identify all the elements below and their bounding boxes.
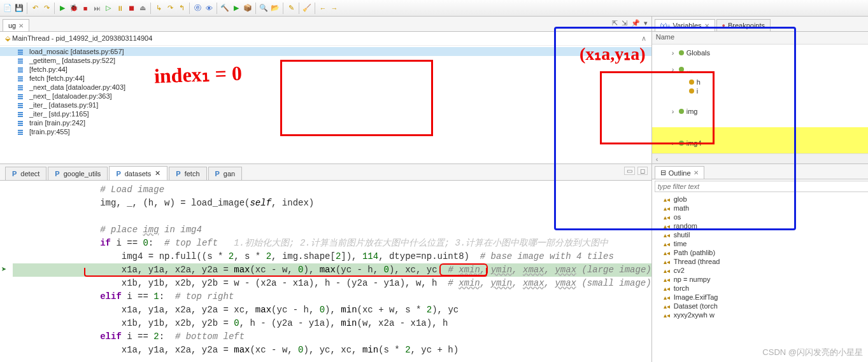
variable-row[interactable]: iint: 0 [652,87,868,95]
toolbar-disconnect-icon[interactable]: ⏏ [138,3,148,13]
code-line[interactable]: # place img in img4 [13,223,651,237]
editor-tab[interactable]: Pdetect [5,167,46,180]
editor-tab-close-icon[interactable]: ✕ [155,169,160,178]
outline-filter-input[interactable] [655,181,868,192]
tab-debug-close-icon[interactable]: ✕ [18,22,24,29]
stack-frame[interactable]: _iter_ [datasets.py:91] [0,101,651,109]
thread-collapse-icon[interactable]: ∧ [641,34,646,43]
outline-item[interactable]: ▴◂glob [652,195,868,204]
twistie-icon[interactable]: › [670,66,676,73]
twistie-icon[interactable]: › [670,49,676,57]
code-line[interactable]: if i == 0: # top left 1.初始化大图; 2.计算当前图片放… [13,237,651,250]
code-line[interactable]: x1b, y1b, x2b, y2b = w - (x2a - x1a), h … [13,277,651,290]
outline-item[interactable]: ▴◂random [652,221,868,230]
toolbar-expression-icon[interactable]: ⓔ [192,3,203,13]
toolbar-step-into-icon[interactable]: ↳ [153,3,164,13]
toolbar-search-icon[interactable]: 🔍 [259,3,269,13]
toolbar-terminate-icon[interactable]: ◼ [126,3,136,13]
toolbar-pause-icon[interactable]: ⏸ [115,3,125,13]
toolbar-stop-icon[interactable]: ■ [80,3,90,13]
outline-item[interactable]: ▴◂xyxy2xywh w [652,310,868,319]
vars-scrollbar-h[interactable]: ‹ › [652,153,868,164]
python-file-icon: P [176,170,180,178]
code-line[interactable]: elif i == 1: # top right [13,290,651,303]
stack-frame[interactable]: load_mosaic [datasets.py:657] [0,47,651,56]
code-line[interactable]: # Load image [13,183,651,197]
stack-frame[interactable]: [fetch.py:44] [0,65,651,74]
outline-item[interactable]: ▴◂Image.ExifTag [652,293,868,302]
stack-frame[interactable]: _next_data [dataloader.py:403] [0,83,651,92]
code-line[interactable]: img, _, (h, w) = load_image(self, index) [13,197,651,210]
debug-tool-expand-icon[interactable]: ⇲ [622,19,627,27]
toolbar-resume-icon[interactable]: ▷ [103,3,113,13]
toolbar-mark-icon[interactable]: ✎ [286,3,296,13]
editor-tab[interactable]: Pdatasets✕ [109,166,167,180]
code-line[interactable]: elif i == 2: # bottom left [13,330,651,344]
stack-frame[interactable]: fetch [fetch.py:44] [0,74,651,83]
editor-tab[interactable]: Pfetch [169,167,206,180]
variable-row[interactable]: ›img4ndarray: [[[114 114 114]\n [652,127,868,153]
twistie-icon[interactable]: › [670,108,676,115]
outline-item[interactable]: ▴◂Path (pathlib) [652,248,868,257]
variable-row[interactable]: ›...: (1363, 200 [652,61,868,78]
toolbar-step-return-icon[interactable]: ↰ [176,3,187,13]
toolbar-debug-icon[interactable]: 🐞 [69,3,79,13]
editor-maximize-icon[interactable]: ◻ [637,167,648,175]
tab-outline[interactable]: ⊟ Outline ✕ [655,166,704,179]
stack-frame[interactable]: _iter_ [std.py:1165] [0,109,651,118]
outline-item[interactable]: ▴◂Dataset (torch [652,302,868,310]
variable-row[interactable]: hint: 496 [652,78,868,87]
code-line[interactable]: img4 = np.full((s * 2, s * 2, img.shape[… [13,250,651,263]
debug-tool-collapse-icon[interactable]: ⇱ [612,19,618,27]
outline-item[interactable]: ▴◂np = numpy [652,275,868,284]
editor-tab[interactable]: Pgoogle_utils [48,167,108,180]
outline-item[interactable]: ▴◂torch [652,284,868,293]
outline-item[interactable]: ▴◂math [652,204,868,212]
editor-minimize-icon[interactable]: ▭ [624,167,635,175]
toolbar-ext-run-icon[interactable]: ▶ [231,3,241,13]
tab-breakpoints[interactable]: ●Breakpoints [716,19,771,31]
toolbar-ext2-icon[interactable]: 📦 [243,3,253,13]
code-line[interactable] [13,210,651,223]
stack-frame[interactable]: train [train.py:242] [0,118,651,127]
thread-row[interactable]: ⬙ MainThread - pid_14992_id_209380311490… [0,32,651,46]
toolbar-skip-icon[interactable]: ⏭ [92,3,102,13]
toolbar-new-icon[interactable]: 📄 [3,3,13,13]
outline-item[interactable]: ▴◂cv2 [652,266,868,275]
toolbar-build-icon[interactable]: 🔨 [220,3,230,13]
tab-debug[interactable]: ug ✕ [3,19,29,31]
stack-frame[interactable]: _next_ [dataloader.py:363] [0,92,651,101]
code-line[interactable]: x1a, y1a, x2a, y2a = xc, max(yc - h, 0),… [13,303,651,317]
toolbar-clean-icon[interactable]: 🧹 [302,3,312,13]
debug-tool-pin-icon[interactable]: 📌 [631,19,640,27]
code-line[interactable]: x1b, y1b, x2b, y2b = 0, h - (y2a - y1a),… [13,317,651,330]
stack-frame[interactable]: [train.py:455] [0,127,651,136]
scroll-left-icon[interactable]: ‹ [652,155,662,163]
toolbar-undo-icon[interactable]: ↶ [30,3,40,13]
toolbar-watch-icon[interactable]: 👁 [204,3,214,13]
outline-close-icon[interactable]: ✕ [694,169,699,176]
debug-tool-menu-icon[interactable]: ▾ [644,19,648,27]
outline-item[interactable]: ▴◂shutil [652,230,868,239]
editor-tab[interactable]: Pgan [208,167,243,180]
toolbar-nav-fwd-icon[interactable]: → [329,3,339,13]
code-line[interactable]: x1a, y1a, x2a, y2a = max(xc - w, 0), yc,… [13,344,651,357]
vars-col-name[interactable]: Name [652,32,868,44]
outline-item[interactable]: ▴◂os [652,212,868,221]
outline-item[interactable]: ▴◂Thread (thread [652,257,868,266]
outline-item[interactable]: ▴◂time [652,239,868,248]
toolbar-nav-back-icon[interactable]: ← [318,3,328,13]
tab-close-icon[interactable]: ✕ [704,22,709,29]
toolbar-run-icon[interactable]: ▶ [57,3,68,13]
stack-frame[interactable]: _getitem_ [datasets.py:522] [0,56,651,65]
variable-row[interactable]: ›GlobalsGlobal variables [652,45,868,61]
variable-row[interactable]: ›imgndarray: [[[216 217 239]\n [652,95,868,127]
code-line[interactable]: x1a, y1a, x2a, y2a = max(xc - w, 0), max… [13,263,651,277]
twistie-icon[interactable]: › [670,139,676,147]
toolbar-open-icon[interactable]: 📂 [270,3,280,13]
toolbar-save-icon[interactable]: 💾 [14,3,24,13]
tab-variables[interactable]: (x)=Variables✕ [655,19,715,31]
code-editor[interactable]: # Load image img, _, (h, w) = load_image… [0,181,651,362]
toolbar-step-over-icon[interactable]: ↷ [165,3,175,13]
toolbar-redo-icon[interactable]: ↷ [41,3,52,13]
